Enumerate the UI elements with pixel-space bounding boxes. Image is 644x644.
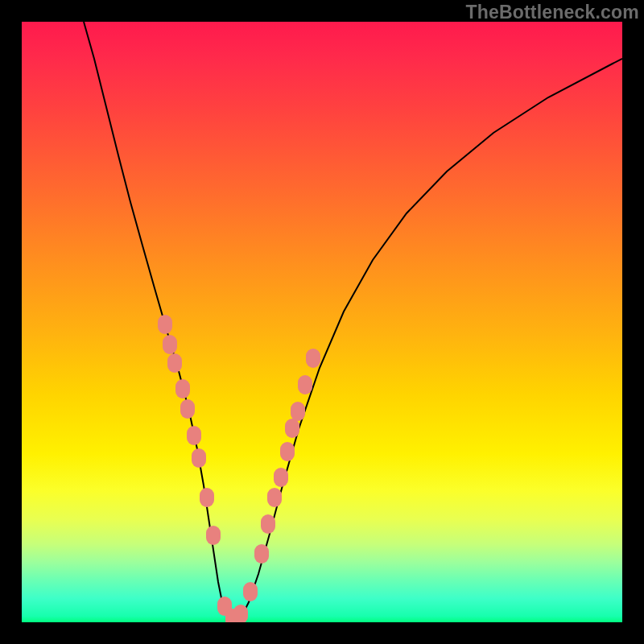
curve-marker	[298, 375, 312, 394]
curve-marker	[180, 399, 195, 419]
curve-marker	[158, 315, 172, 334]
curve-marker	[306, 349, 320, 368]
curve-marker	[254, 544, 269, 564]
watermark-label: TheBottleneck.com	[465, 2, 639, 23]
curve-marker	[274, 468, 288, 487]
curve-marker	[175, 379, 190, 398]
curve-marker	[261, 514, 275, 534]
chart-area	[22, 22, 622, 622]
curve-marker	[167, 353, 182, 373]
chart-svg	[22, 22, 622, 622]
curve-marker	[285, 419, 299, 438]
curve-marker	[163, 335, 177, 354]
marker-group	[158, 315, 320, 622]
curve-marker	[267, 488, 282, 507]
curve-marker	[206, 526, 221, 545]
curve-marker	[280, 442, 295, 461]
curve-marker	[243, 582, 258, 601]
curve-marker	[200, 488, 214, 507]
curve-marker	[192, 448, 206, 468]
curve-marker	[187, 426, 201, 445]
curve-marker	[291, 402, 305, 421]
curve-marker	[233, 605, 248, 622]
